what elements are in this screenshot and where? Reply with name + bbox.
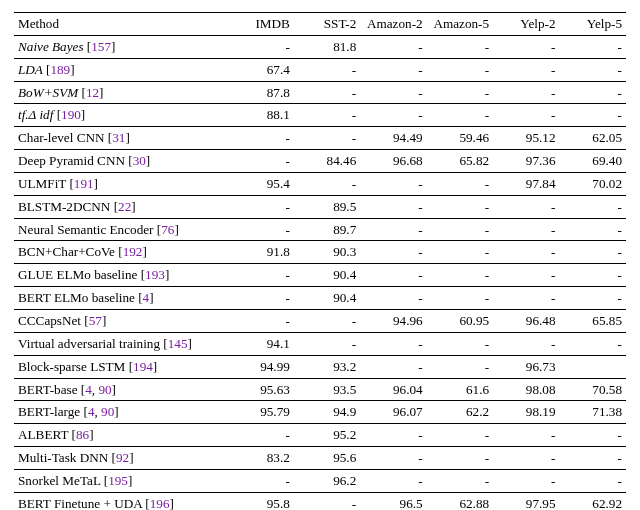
table-body: Naive Bayes [157]-81.8----LDA [189]67.4-… bbox=[14, 35, 626, 510]
method-name: BCN+Char+CoVe bbox=[18, 244, 118, 259]
method-name: ULMFiT bbox=[18, 176, 69, 191]
value-cell: - bbox=[227, 424, 293, 447]
method-name: BERT ELMo baseline bbox=[18, 290, 138, 305]
bracket-close: ] bbox=[188, 336, 192, 351]
value-cell: 95.8 bbox=[227, 492, 293, 510]
citation-link[interactable]: 190 bbox=[61, 107, 81, 122]
value-cell: - bbox=[427, 195, 493, 218]
citation-link[interactable]: 90 bbox=[98, 382, 111, 397]
method-cell: Block-sparse LSTM [194] bbox=[14, 355, 227, 378]
value-cell: - bbox=[427, 355, 493, 378]
citation-link[interactable]: 4 bbox=[88, 404, 95, 419]
value-cell: - bbox=[360, 469, 426, 492]
citation-link[interactable]: 189 bbox=[50, 62, 70, 77]
citation-link[interactable]: 76 bbox=[161, 222, 174, 237]
value-cell: 70.58 bbox=[560, 378, 627, 401]
value-cell: - bbox=[493, 287, 559, 310]
citation-link[interactable]: 31 bbox=[112, 130, 125, 145]
value-cell: 96.68 bbox=[360, 150, 426, 173]
value-cell: 83.2 bbox=[227, 447, 293, 470]
value-cell: - bbox=[560, 469, 627, 492]
method-name: Naive Bayes bbox=[18, 39, 87, 54]
citation-link[interactable]: 157 bbox=[91, 39, 111, 54]
value-cell: - bbox=[227, 195, 293, 218]
method-name: CCCapsNet bbox=[18, 313, 84, 328]
table-row: ULMFiT [191]95.4---97.8470.02 bbox=[14, 172, 626, 195]
bracket-close: ] bbox=[142, 244, 146, 259]
method-cell: Naive Bayes [157] bbox=[14, 35, 227, 58]
citation-link[interactable]: 86 bbox=[76, 427, 89, 442]
table-row: BERT ELMo baseline [4]-90.4---- bbox=[14, 287, 626, 310]
value-cell: - bbox=[360, 241, 426, 264]
value-cell: - bbox=[427, 81, 493, 104]
value-cell: 97.95 bbox=[493, 492, 559, 510]
table-row: Char-level CNN [31]--94.4959.4695.1262.0… bbox=[14, 127, 626, 150]
value-cell: - bbox=[493, 58, 559, 81]
citation-link[interactable]: 192 bbox=[123, 244, 143, 259]
citation-link[interactable]: 22 bbox=[118, 199, 131, 214]
table-row: BoW+SVM [12]87.8----- bbox=[14, 81, 626, 104]
value-cell: - bbox=[294, 58, 360, 81]
value-cell: 95.4 bbox=[227, 172, 293, 195]
value-cell: - bbox=[360, 172, 426, 195]
value-cell: - bbox=[560, 58, 627, 81]
value-cell: - bbox=[493, 104, 559, 127]
citation-link[interactable]: 57 bbox=[89, 313, 102, 328]
citation-link[interactable]: 145 bbox=[168, 336, 188, 351]
citation-link[interactable]: 193 bbox=[145, 267, 165, 282]
bracket-close: ] bbox=[128, 473, 132, 488]
value-cell: 98.08 bbox=[493, 378, 559, 401]
citation-link[interactable]: 191 bbox=[74, 176, 94, 191]
value-cell: 93.2 bbox=[294, 355, 360, 378]
citation-link[interactable]: 30 bbox=[133, 153, 146, 168]
table-row: ALBERT [86]-95.2---- bbox=[14, 424, 626, 447]
value-cell: 95.79 bbox=[227, 401, 293, 424]
value-cell: - bbox=[360, 35, 426, 58]
bracket-close: ] bbox=[174, 222, 178, 237]
value-cell: - bbox=[227, 287, 293, 310]
value-cell: - bbox=[493, 424, 559, 447]
method-name: BERT-base bbox=[18, 382, 81, 397]
method-cell: GLUE ELMo baseline [193] bbox=[14, 264, 227, 287]
bracket-close: ] bbox=[114, 404, 118, 419]
value-cell: - bbox=[493, 35, 559, 58]
citation-link[interactable]: 92 bbox=[116, 450, 129, 465]
value-cell: 96.07 bbox=[360, 401, 426, 424]
method-cell: Deep Pyramid CNN [30] bbox=[14, 150, 227, 173]
value-cell: 81.8 bbox=[294, 35, 360, 58]
citation-link[interactable]: 4 bbox=[85, 382, 92, 397]
value-cell: - bbox=[294, 172, 360, 195]
bracket-close: ] bbox=[131, 199, 135, 214]
col-method: Method bbox=[14, 13, 227, 36]
method-cell: tf.Δ idf [190] bbox=[14, 104, 227, 127]
bracket-close: ] bbox=[111, 39, 115, 54]
value-cell: - bbox=[360, 104, 426, 127]
method-cell: BERT-base [4, 90] bbox=[14, 378, 227, 401]
method-name: Virtual adversarial training bbox=[18, 336, 163, 351]
table-row: BCN+Char+CoVe [192]91.890.3---- bbox=[14, 241, 626, 264]
citation-link[interactable]: 12 bbox=[86, 85, 99, 100]
citation-link[interactable]: 90 bbox=[101, 404, 114, 419]
citation-link[interactable]: 194 bbox=[133, 359, 153, 374]
value-cell: - bbox=[294, 81, 360, 104]
value-cell: - bbox=[560, 81, 627, 104]
method-cell: ULMFiT [191] bbox=[14, 172, 227, 195]
citation-link[interactable]: 196 bbox=[150, 496, 170, 510]
col-sst2: SST-2 bbox=[294, 13, 360, 36]
value-cell: 94.99 bbox=[227, 355, 293, 378]
citation-link[interactable]: 195 bbox=[108, 473, 128, 488]
value-cell: 97.36 bbox=[493, 150, 559, 173]
col-amazon2: Amazon-2 bbox=[360, 13, 426, 36]
value-cell: - bbox=[360, 287, 426, 310]
table-row: Snorkel MeTaL [195]-96.2---- bbox=[14, 469, 626, 492]
value-cell: 65.82 bbox=[427, 150, 493, 173]
table-row: Naive Bayes [157]-81.8---- bbox=[14, 35, 626, 58]
table-row: Deep Pyramid CNN [30]-84.4696.6865.8297.… bbox=[14, 150, 626, 173]
value-cell: - bbox=[560, 264, 627, 287]
table-row: Virtual adversarial training [145]94.1--… bbox=[14, 332, 626, 355]
value-cell: - bbox=[493, 332, 559, 355]
method-name: LDA bbox=[18, 62, 46, 77]
value-cell: - bbox=[427, 172, 493, 195]
method-name: Neural Semantic Encoder bbox=[18, 222, 157, 237]
value-cell: - bbox=[427, 264, 493, 287]
